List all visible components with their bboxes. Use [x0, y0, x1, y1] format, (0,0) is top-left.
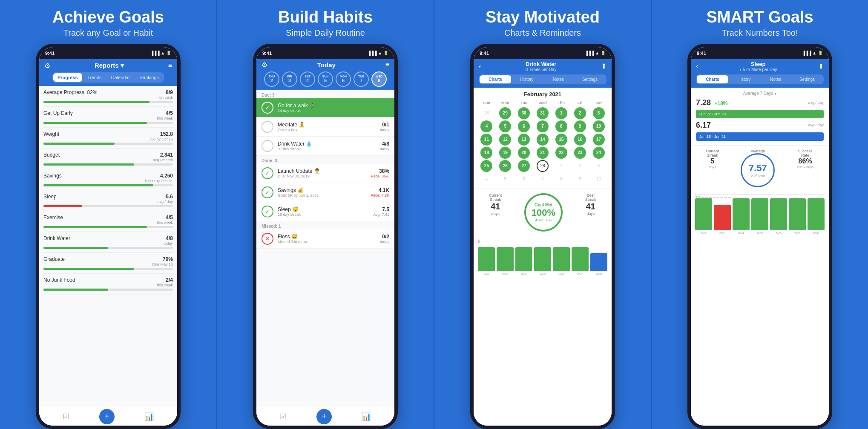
cal-cell: 26	[499, 160, 511, 172]
report-sub: avg / month	[153, 158, 173, 162]
bar-label: 6/23	[719, 232, 725, 235]
add-button-1[interactable]: +	[99, 409, 115, 424]
habit-sleep-info: Sleep 😴 19 day streak	[278, 206, 369, 217]
screen4-subtitle: 7.5 or More per Day	[698, 67, 818, 72]
reports-list: Average Progress: 82% 8/9 on track Get U…	[39, 86, 177, 407]
habit-meditate[interactable]: Meditate 🧘 Once a day 0/1 today	[256, 117, 394, 137]
sleep-stats: Average 7 Days ▾ 7.28 +18% avg / day Jun…	[691, 88, 829, 145]
report-val: 2,841	[153, 152, 173, 158]
habit-walk[interactable]: ✓ Go for a walk 🚶 14 day streak	[256, 98, 394, 117]
tab-history-3[interactable]: History	[511, 75, 543, 83]
checkmark-icon-2[interactable]: ☑	[280, 412, 287, 421]
chart-icon-2[interactable]: 📊	[362, 412, 371, 421]
habit-sleep[interactable]: ✓ Sleep 😴 19 day streak 7.5 Avg: 7.41	[256, 202, 394, 221]
report-item: Weight 152.8 150 by Oct 15	[43, 128, 173, 149]
cal-cell: 6	[518, 120, 530, 132]
habit-floss[interactable]: ✕ Floss 😅 Missed 3 in a row 0/2 today	[256, 229, 394, 249]
tab-charts-4[interactable]: Charts	[697, 75, 728, 83]
day-sun[interactable]: SUN5	[318, 72, 333, 87]
screen3-subtitle: 8 Times per Day	[481, 67, 601, 72]
panel-achieve-goals: Achieve Goals Track any Goal or Habit 9:…	[0, 0, 216, 429]
bar-rect	[553, 247, 570, 271]
cal-cell: 7	[537, 120, 549, 132]
filter-icon[interactable]: ≡	[168, 62, 172, 69]
habit-sleep-sub: 19 day streak	[278, 212, 369, 217]
day-tue[interactable]: TUE7	[354, 72, 369, 87]
habit-floss-val: 0/2 today	[380, 234, 389, 244]
screen2-header: ⚙ Today ≡ THU2 FRI3 SAT4 SUN5 MON6 TUE7 …	[256, 59, 394, 90]
day-thu[interactable]: THU2	[264, 72, 279, 87]
habit-savings[interactable]: ✓ Savings 💰 Goal: 5K by Jun 1, 2021 4.1K…	[256, 183, 394, 202]
cal-cell: 31	[537, 107, 549, 119]
share-icon-4[interactable]: ⬆	[818, 62, 824, 70]
day-fri[interactable]: FRI3	[282, 72, 297, 87]
tab-notes-3[interactable]: Notes	[543, 75, 574, 83]
report-item: Graduate 70% Due May 15	[43, 253, 173, 274]
cal-cell: 2	[574, 107, 586, 119]
filter-icon-2[interactable]: ≡	[385, 61, 389, 69]
phone-3: 9:41 ▐▐▐ ▲ 🔋 ‹ Drink Water 8 Times per D…	[470, 44, 615, 429]
progress-bar-fill	[43, 205, 82, 207]
share-icon-3[interactable]: ⬆	[601, 62, 606, 70]
bar-rect	[695, 198, 712, 230]
tab-calendar[interactable]: Calendar	[107, 73, 135, 82]
day-wed-today[interactable]: WED8	[371, 72, 387, 87]
screen1-content: ⚙ Reports ▾ ≡ Progress Trends Calendar R…	[39, 59, 177, 426]
sleep-bar-622: 6/22	[695, 198, 712, 235]
cal-cell: 4	[480, 173, 492, 185]
report-item: Average Progress: 82% 8/9 on track	[43, 86, 173, 107]
day-sat[interactable]: SAT4	[300, 72, 315, 87]
bar-2-27: 2/27	[572, 247, 589, 275]
report-val: 5.6	[157, 194, 173, 200]
cal-cell: 9	[574, 173, 586, 185]
report-name: Get Up Early	[43, 110, 73, 120]
cal-cell: 29	[499, 107, 511, 119]
habit-meditate-name: Meditate 🧘	[278, 122, 376, 128]
tab-charts-3[interactable]: Charts	[480, 75, 511, 83]
stat-current-streak: CurrentStreak 5 days	[706, 149, 719, 187]
phone-1: 9:41 ▐▐▐ ▲ 🔋 ⚙ Reports ▾ ≡ Progress Tren…	[36, 44, 181, 429]
habit-launch-name: Launch Update 👨‍💼	[278, 168, 366, 174]
detail-tabs-3: Charts History Notes Settings	[479, 74, 606, 84]
tab-trends[interactable]: Trends	[83, 73, 106, 82]
screen2-topbar: ⚙ Today ≡	[262, 61, 389, 69]
tab-rankings[interactable]: Rankings	[135, 73, 163, 82]
panel3-title: Stay Motivated	[486, 9, 600, 26]
cal-cell: 3	[593, 107, 605, 119]
tab-settings-3[interactable]: Settings	[574, 75, 606, 83]
screen1-topbar: ⚙ Reports ▾ ≡	[44, 62, 172, 70]
stat-sr-sub: 28/32 days	[797, 165, 813, 169]
notch-4	[741, 47, 779, 55]
bar-rect	[515, 247, 532, 271]
tab-history-4[interactable]: History	[728, 75, 760, 83]
habit-savings-sub: Goal: 5K by Jun 1, 2021	[278, 193, 366, 197]
habit-water[interactable]: Drink Water 💧 97 day streak 4/8 today	[256, 137, 394, 156]
tab-progress[interactable]: Progress	[53, 73, 82, 82]
chart-icon[interactable]: 📊	[144, 412, 154, 421]
calendar-title: February 2021	[478, 91, 607, 97]
goal-met-box: Goal Met 100% 41/41 days	[524, 193, 563, 232]
avg-circle-sub: 0.07 over	[751, 174, 765, 177]
habit-sleep-name: Sleep 😴	[278, 206, 369, 212]
status-bar-4: 9:41 ▐▐▐ ▲ 🔋	[691, 47, 829, 59]
bar-label: 6/26	[776, 232, 782, 235]
checkmark-icon[interactable]: ☑	[63, 412, 69, 421]
settings-icon-2[interactable]: ⚙	[262, 61, 267, 69]
habit-launch[interactable]: ✓ Launch Update 👨‍💼 Due: Nov 30, 2019 38…	[256, 164, 394, 183]
bar-rect	[770, 198, 787, 230]
tab-notes-4[interactable]: Notes	[760, 75, 791, 83]
tab-settings-4[interactable]: Settings	[791, 75, 823, 83]
settings-icon[interactable]: ⚙	[44, 62, 50, 70]
bar-rect	[751, 198, 768, 230]
period2-bar: Jun 15 - Jun 21	[696, 132, 824, 141]
day-mon[interactable]: MON6	[336, 72, 351, 87]
habit-savings-info: Savings 💰 Goal: 5K by Jun 1, 2021	[278, 187, 366, 197]
bar-2-24: 2/24	[515, 247, 532, 275]
sleep-bar-623: 6/23	[714, 205, 731, 235]
period1-val: 7.28	[696, 98, 711, 107]
bar-rect	[572, 247, 589, 271]
add-button-2[interactable]: +	[316, 409, 332, 424]
report-sub: 5,000 by Dec 31	[145, 179, 173, 183]
habit-floss-name: Floss 😅	[278, 234, 376, 240]
progress-bar-fill	[43, 247, 108, 249]
